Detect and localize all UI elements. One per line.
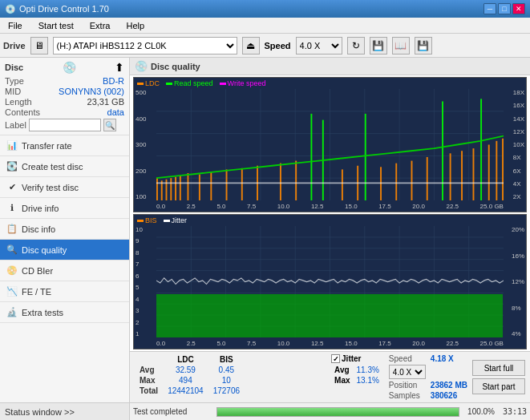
chart1-svg (156, 89, 504, 200)
time-display: 33:13 (498, 407, 527, 416)
length-label: Length (5, 97, 32, 107)
menu-bar: File Start test Extra Help (0, 18, 530, 34)
svg-rect-21 (210, 172, 212, 200)
write-button[interactable]: 💾 (370, 37, 387, 55)
total-bis: 172706 (208, 386, 245, 396)
nav-fe-te[interactable]: 📉 FE / TE (0, 281, 129, 302)
table-row: Avg 11.3% (331, 365, 382, 375)
chart2-x-labels: 0.02.55.07.510.012.515.017.520.022.525.0… (156, 340, 504, 347)
nav-extra-tests[interactable]: 🔬 Extra tests (0, 302, 129, 323)
type-value: BD-R (103, 76, 124, 86)
refresh-button[interactable]: ↻ (347, 37, 365, 55)
create-disc-icon: 💽 (6, 161, 18, 172)
speed-stat-value: 4.18 X (431, 354, 454, 363)
svg-rect-36 (442, 101, 443, 200)
svg-rect-18 (180, 176, 181, 200)
start-full-button[interactable]: Start full (472, 360, 525, 376)
svg-rect-13 (156, 178, 158, 200)
main-area: Disc 💿 ⬆ Type BD-R MID SONYNN3 (002) Len… (0, 58, 530, 420)
speed-position-panel: Speed 4.18 X 4.0 X Position 23862 MB Sam… (389, 354, 467, 400)
test-completed-text: Test completed (133, 407, 213, 416)
disc-quality-header: 💿 Disc quality (130, 58, 530, 75)
svg-rect-16 (170, 178, 172, 200)
menu-file[interactable]: File (3, 20, 27, 31)
svg-rect-19 (187, 173, 188, 200)
eject-button[interactable]: ⏏ (242, 37, 260, 55)
avg-ldc: 32.59 (163, 365, 208, 375)
svg-rect-37 (450, 153, 451, 200)
bottom-status-bar: Test completed 100.0% 33:13 (130, 402, 530, 420)
svg-rect-23 (241, 168, 243, 200)
extra-tests-icon: 🔬 (6, 307, 18, 318)
toolbar: Drive 🖥 (H:) ATAPI iHBS112 2 CL0K ⏏ Spee… (0, 34, 530, 58)
drive-icon-btn[interactable]: 🖥 (30, 37, 48, 55)
speed-label: Speed (265, 41, 291, 50)
jitter-checkbox[interactable]: ✓ (331, 354, 340, 363)
label-input[interactable] (29, 119, 101, 131)
nav-create-test-disc[interactable]: 💽 Create test disc (0, 156, 129, 177)
jitter-avg: 11.3% (354, 365, 382, 375)
drive-info-icon: ℹ (6, 203, 18, 214)
max-bis: 10 (208, 375, 245, 386)
avg-label: Avg (135, 365, 163, 375)
chart-ldc: LDC Read speed Write speed 5004003002001… (133, 77, 527, 212)
svg-rect-38 (461, 151, 463, 200)
speed-stat-select[interactable]: 4.0 X (389, 365, 426, 379)
progress-bar-fill (217, 408, 459, 416)
progress-bar (216, 407, 459, 417)
jitter-label: Jitter (342, 354, 361, 363)
table-row: Max 13.1% (331, 375, 382, 386)
disc-quality-title: Disc quality (151, 62, 200, 71)
svg-rect-26 (295, 161, 297, 200)
chart1-x-labels: 0.02.55.07.510.012.515.017.520.022.525.0… (156, 203, 504, 210)
close-button[interactable]: ✕ (512, 3, 525, 14)
nav-drive-info[interactable]: ℹ Drive info (0, 198, 129, 219)
table-row: Avg 32.59 0.45 (135, 365, 245, 375)
drive-select[interactable]: (H:) ATAPI iHBS112 2 CL0K (53, 37, 237, 55)
samples-label: Samples (389, 391, 427, 400)
disc-quality-icon: 🔍 (6, 244, 18, 256)
charts-area: LDC Read speed Write speed 5004003002001… (130, 75, 530, 351)
speed-select[interactable]: 4.0 X (296, 37, 342, 55)
type-label: Type (5, 76, 24, 86)
nav-transfer-rate[interactable]: 📊 Transfer rate (0, 135, 129, 156)
content-area: 💿 Disc quality LDC Read speed Write spee… (130, 58, 530, 420)
status-window-button[interactable]: Status window >> (0, 402, 129, 420)
chart-bis: BIS Jitter 10987654321 20%16%12%8%4% (133, 214, 527, 349)
start-part-button[interactable]: Start part (472, 378, 525, 394)
chart2-y-right: 20%16%12%8%4% (512, 226, 524, 337)
menu-help[interactable]: Help (121, 20, 149, 31)
chart1-legend: LDC Read speed Write speed (137, 79, 265, 87)
disc-eject-icon[interactable]: ⬆ (115, 61, 124, 74)
nav-verify-test-disc[interactable]: ✔ Verify test disc (0, 177, 129, 198)
samples-value: 380626 (431, 391, 457, 400)
verify-disc-icon: ✔ (6, 182, 18, 193)
svg-rect-40 (480, 99, 482, 200)
read-button[interactable]: 📖 (392, 37, 410, 55)
chart2-legend: BIS Jitter (137, 216, 187, 224)
svg-rect-43 (502, 139, 504, 200)
disc-icon[interactable]: 💿 (63, 61, 76, 74)
menu-start-test[interactable]: Start test (34, 20, 79, 31)
menu-extra[interactable]: Extra (85, 20, 115, 31)
svg-rect-31 (365, 114, 366, 200)
chart2-y-left: 10987654321 (136, 226, 143, 337)
nav-disc-quality[interactable]: 🔍 Disc quality (0, 240, 129, 260)
svg-rect-42 (496, 141, 497, 200)
mid-label: MID (5, 87, 21, 96)
total-ldc: 12442104 (163, 386, 208, 396)
speed-stat-label: Speed (389, 354, 427, 363)
save-button[interactable]: 💾 (415, 37, 432, 55)
svg-rect-62 (156, 294, 503, 337)
nav-cd-bier[interactable]: 📀 CD BIer (0, 260, 129, 281)
nav-disc-info[interactable]: 📋 Disc info (0, 219, 129, 240)
maximize-button[interactable]: □ (498, 3, 511, 14)
svg-rect-39 (473, 148, 475, 200)
jitter-max: 13.1% (354, 375, 382, 386)
cd-bier-icon: 📀 (6, 265, 18, 277)
label-icon-btn[interactable]: 🔍 (103, 119, 116, 131)
chart1-y-left: 500400300200100 (136, 89, 146, 200)
minimize-button[interactable]: ─ (483, 3, 496, 14)
mid-value: SONYNN3 (002) (59, 87, 124, 96)
app-icon: 💿 (5, 4, 16, 14)
